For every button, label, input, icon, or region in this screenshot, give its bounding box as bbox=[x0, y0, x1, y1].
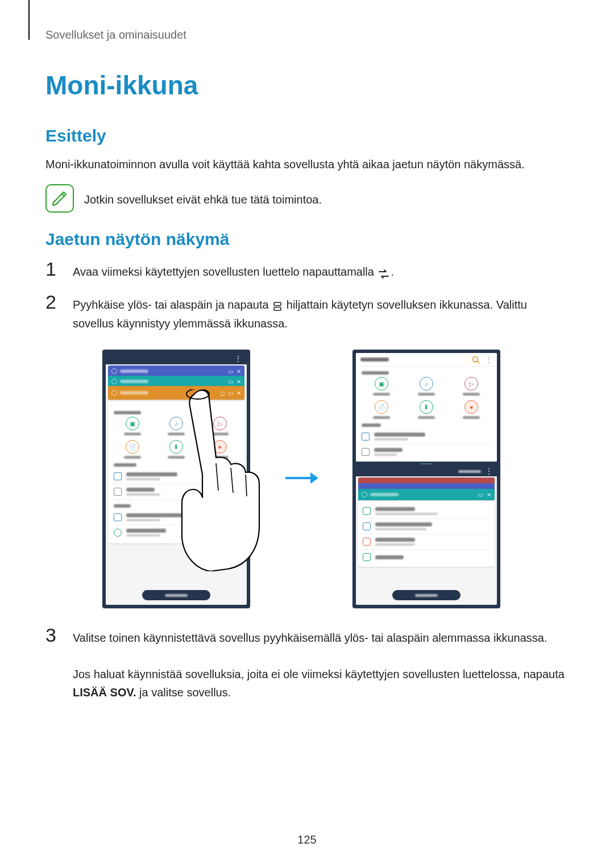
arrow-right-icon bbox=[284, 471, 318, 488]
step-3-number: 3 bbox=[45, 625, 61, 645]
step-3-line1: Valitse toinen käynnistettävä sovellus p… bbox=[73, 632, 547, 644]
recent-card-body: ▣ ♪ ▷ 📄 ⬇ ● bbox=[108, 402, 244, 543]
page-number: 125 bbox=[0, 833, 614, 846]
step-2: 2 Pyyhkäise ylös- tai alaspäin ja napaut… bbox=[45, 292, 569, 333]
svg-rect-0 bbox=[274, 302, 281, 306]
note-icon bbox=[45, 184, 74, 213]
step-1-text: Avaa viimeksi käytettyjen sovellusten lu… bbox=[73, 263, 569, 282]
section-splitview-heading: Jaetun näytön näkymä bbox=[45, 230, 569, 249]
step-3: 3 Valitse toinen käynnistettävä sovellus… bbox=[45, 625, 569, 701]
step-list-cont: 3 Valitse toinen käynnistettävä sovellus… bbox=[45, 625, 569, 701]
breadcrumb: Sovellukset ja ominaisuudet bbox=[45, 28, 569, 41]
figure-phone-right: ⋮ ▣ ♪ ▷ 📄 ⬇ ● bbox=[352, 350, 500, 608]
intro-paragraph: Moni-ikkunatoiminnon avulla voit käyttää… bbox=[45, 156, 569, 173]
note-text: Jotkin sovellukset eivät ehkä tue tätä t… bbox=[84, 184, 322, 208]
step-3-line2-post: ja valitse sovellus. bbox=[136, 686, 231, 699]
step-3-text: Valitse toinen käynnistettävä sovellus p… bbox=[73, 629, 569, 701]
svg-rect-1 bbox=[274, 308, 281, 311]
lower-card-active: ▭✕ bbox=[358, 489, 495, 500]
close-all-pill-left bbox=[142, 590, 210, 600]
step-3-line2-pre: Jos haluat käynnistää sovelluksia, joita… bbox=[73, 668, 565, 680]
phone-left-titlebar: ⋮ bbox=[106, 353, 247, 364]
note-block: Jotkin sovellukset eivät ehkä tue tätä t… bbox=[45, 184, 569, 213]
svg-marker-4 bbox=[310, 472, 318, 484]
recent-card-1: ▭✕ bbox=[108, 366, 244, 377]
close-all-pill-right bbox=[392, 590, 460, 600]
svg-line-6 bbox=[478, 361, 480, 363]
page-title: Moni-ikkuna bbox=[45, 70, 569, 101]
split-view-icon bbox=[273, 296, 282, 314]
svg-point-5 bbox=[473, 356, 478, 362]
split-handle bbox=[356, 462, 497, 466]
upper-app-header: ⋮ bbox=[356, 353, 497, 367]
step-2-text: Pyyhkäise ylös- tai alaspäin ja napauta … bbox=[73, 296, 569, 333]
lower-app-body bbox=[358, 500, 495, 567]
step-1-number: 1 bbox=[45, 259, 61, 279]
more-apps-label: LISÄÄ SOV. bbox=[73, 686, 136, 699]
step-2-number: 2 bbox=[45, 292, 61, 312]
section-intro-heading: Esittely bbox=[45, 126, 569, 146]
recent-card-2: ▭✕ bbox=[108, 376, 244, 387]
more-apps-bar: ⋮ bbox=[356, 466, 497, 476]
figure-phone-left: ⋮ ▭✕ ▭✕ ◻▭✕ bbox=[102, 350, 250, 608]
top-margin-rule bbox=[28, 0, 30, 40]
step-list: 1 Avaa viimeksi käytettyjen sovellusten … bbox=[45, 259, 569, 333]
search-icon bbox=[472, 356, 480, 364]
step-1: 1 Avaa viimeksi käytettyjen sovellusten … bbox=[45, 259, 569, 282]
recents-icon bbox=[378, 264, 389, 282]
step-1-post: . bbox=[391, 265, 394, 278]
step-2-pre: Pyyhkäise ylös- tai alaspäin ja napauta bbox=[73, 298, 272, 311]
step-1-pre: Avaa viimeksi käytettyjen sovellusten lu… bbox=[73, 265, 377, 278]
figure-row: ⋮ ▭✕ ▭✕ ◻▭✕ bbox=[34, 350, 569, 608]
recent-card-active: ◻▭✕ bbox=[108, 386, 244, 400]
